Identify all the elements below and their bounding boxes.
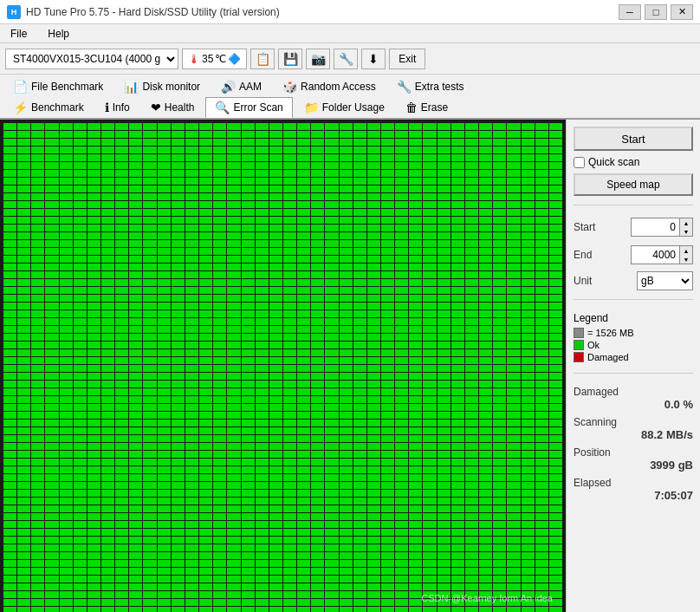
exit-button[interactable]: Exit (389, 49, 425, 69)
tab-health[interactable]: ❤ Health (141, 97, 204, 118)
grid-cell (213, 170, 226, 177)
grid-cell (199, 131, 212, 138)
grid-cell (325, 146, 338, 153)
download-icon-btn[interactable]: ⬇ (361, 49, 386, 69)
grid-cell (395, 552, 408, 559)
grid-cell (340, 513, 353, 520)
grid-cell (129, 505, 142, 512)
start-spin-down[interactable]: ▼ (680, 227, 692, 236)
start-input[interactable] (632, 218, 679, 236)
grid-cell (185, 201, 198, 208)
grid-cell (522, 256, 535, 263)
tools-icon-btn[interactable]: 🔧 (334, 49, 358, 69)
grid-cell (60, 279, 73, 286)
maximize-button[interactable]: □ (645, 4, 667, 20)
tab-aam[interactable]: 🔊 AAM (211, 76, 271, 97)
camera-icon-btn[interactable]: 📷 (306, 49, 330, 69)
grid-cell (465, 209, 478, 216)
grid-cell (353, 287, 366, 294)
grid-cell (409, 170, 422, 177)
grid-cell (381, 537, 394, 544)
grid-cell (438, 201, 450, 208)
grid-cell (213, 217, 226, 224)
quick-scan-label[interactable]: Quick scan (588, 156, 639, 168)
grid-cell (227, 154, 240, 161)
minimize-button[interactable]: ─ (619, 4, 641, 20)
grid-cell (340, 139, 353, 146)
tab-folder-usage[interactable]: 📁 Folder Usage (295, 97, 394, 118)
grid-cell (311, 474, 324, 481)
disk-icon-btn[interactable]: 💾 (278, 49, 302, 69)
grid-cell (185, 365, 198, 372)
tab-file-benchmark[interactable]: 📄 File Benchmark (3, 76, 113, 97)
grid-cell (227, 396, 240, 403)
tab-extra-tests[interactable]: 🔧 Extra tests (387, 76, 474, 97)
grid-cell (3, 295, 16, 302)
menu-file[interactable]: File (3, 26, 34, 42)
grid-cell (269, 544, 282, 551)
grid-cell (227, 264, 240, 270)
grid-cell (269, 178, 282, 185)
grid-cell (172, 591, 185, 598)
start-button[interactable]: Start (574, 127, 693, 151)
grid-cell (325, 576, 338, 583)
grid-cell (311, 271, 324, 278)
grid-cell (185, 209, 198, 216)
legend-box-red (574, 352, 584, 362)
grid-cell (353, 560, 366, 567)
grid-cell (493, 146, 506, 153)
quick-scan-checkbox[interactable] (574, 157, 585, 168)
grid-cell (423, 583, 436, 590)
grid-cell (185, 256, 198, 263)
grid-cell (158, 178, 171, 185)
grid-cell (88, 303, 100, 309)
menu-help[interactable]: Help (41, 26, 76, 42)
start-spin-up[interactable]: ▲ (680, 218, 692, 227)
grid-cell (31, 287, 44, 294)
tab-random-access[interactable]: 🎲 Random Access (273, 76, 386, 97)
grid-cell (535, 591, 548, 598)
grid-cell (479, 357, 492, 364)
grid-cell (353, 396, 366, 403)
end-input[interactable] (632, 246, 679, 264)
grid-cell (438, 357, 450, 364)
drive-selector[interactable]: ST4000VX015-3CU104 (4000 gB) (5, 49, 178, 69)
grid-cell (185, 537, 198, 544)
grid-cell (269, 154, 282, 161)
grid-cell (115, 170, 128, 177)
close-button[interactable]: ✕ (671, 4, 693, 20)
grid-cell (242, 131, 255, 138)
tab-error-scan[interactable]: 🔍 Error Scan (205, 97, 292, 118)
grid-cell (522, 186, 535, 192)
unit-select[interactable]: gB MB KB (637, 271, 693, 290)
tab-benchmark[interactable]: ⚡ Benchmark (3, 97, 94, 118)
speed-map-button[interactable]: Speed map (574, 173, 693, 196)
info-icon-btn[interactable]: 📋 (250, 49, 275, 69)
end-spin-up[interactable]: ▲ (680, 246, 692, 255)
grid-cell (45, 209, 58, 216)
grid-cell (522, 599, 535, 606)
grid-cell (45, 303, 58, 309)
grid-cell (269, 139, 282, 146)
grid-cell (395, 373, 408, 380)
grid-cell (74, 505, 87, 512)
grid-cell (395, 318, 408, 325)
end-spin-down[interactable]: ▼ (680, 255, 692, 264)
grid-cell (340, 279, 353, 286)
grid-cell (227, 521, 240, 528)
grid-cell (451, 521, 464, 528)
grid-cell (60, 217, 73, 224)
tab-erase[interactable]: 🗑 Erase (396, 97, 457, 118)
title-bar-controls[interactable]: ─ □ ✕ (619, 4, 693, 20)
grid-cell (143, 365, 156, 372)
grid-cell (311, 482, 324, 489)
grid-cell (409, 529, 422, 536)
tab-info[interactable]: ℹ Info (95, 97, 139, 118)
tab-disk-monitor[interactable]: 📊 Disk monitor (114, 76, 210, 97)
grid-cell (101, 583, 114, 590)
grid-cell (185, 162, 198, 169)
grid-cell (269, 131, 282, 138)
grid-cell (74, 568, 87, 575)
grid-cell (353, 357, 366, 364)
grid-cell (115, 568, 128, 575)
